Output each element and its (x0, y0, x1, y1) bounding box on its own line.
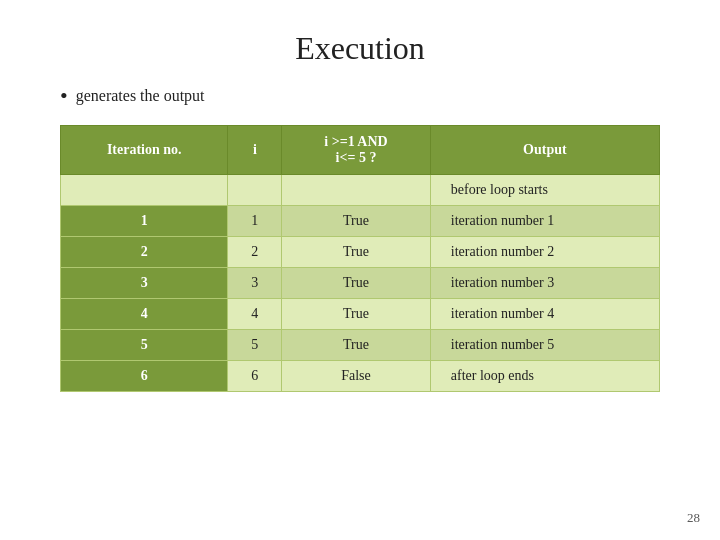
col-header-condition: i >=1 ANDi<= 5 ? (282, 126, 431, 175)
execution-table: Iteration no. i i >=1 ANDi<= 5 ? Output … (60, 125, 660, 392)
slide-title: Execution (60, 30, 660, 67)
cell-iter: 4 (61, 299, 228, 330)
page-number: 28 (687, 510, 700, 526)
cell-condition: False (282, 361, 431, 392)
cell-i (228, 175, 282, 206)
cell-output: iteration number 2 (430, 237, 659, 268)
cell-condition: True (282, 237, 431, 268)
table-row: before loop starts (61, 175, 660, 206)
bullet-text: generates the output (76, 87, 205, 105)
cell-output: iteration number 3 (430, 268, 659, 299)
cell-iter: 2 (61, 237, 228, 268)
cell-iter (61, 175, 228, 206)
table-row: 33Trueiteration number 3 (61, 268, 660, 299)
cell-i: 2 (228, 237, 282, 268)
cell-i: 3 (228, 268, 282, 299)
cell-iter: 5 (61, 330, 228, 361)
cell-output: after loop ends (430, 361, 659, 392)
cell-i: 6 (228, 361, 282, 392)
table-row: 11Trueiteration number 1 (61, 206, 660, 237)
cell-output: before loop starts (430, 175, 659, 206)
bullet-point: • generates the output (60, 85, 205, 107)
table-row: 55Trueiteration number 5 (61, 330, 660, 361)
bullet-icon: • (60, 85, 68, 107)
table-row: 66Falseafter loop ends (61, 361, 660, 392)
cell-i: 4 (228, 299, 282, 330)
cell-condition: True (282, 268, 431, 299)
cell-output: iteration number 1 (430, 206, 659, 237)
table-row: 44Trueiteration number 4 (61, 299, 660, 330)
col-header-output: Output (430, 126, 659, 175)
col-header-i: i (228, 126, 282, 175)
cell-i: 5 (228, 330, 282, 361)
table-wrapper: Iteration no. i i >=1 ANDi<= 5 ? Output … (60, 125, 660, 392)
cell-iter: 6 (61, 361, 228, 392)
table-row: 22Trueiteration number 2 (61, 237, 660, 268)
cell-condition: True (282, 299, 431, 330)
cell-iter: 1 (61, 206, 228, 237)
cell-output: iteration number 5 (430, 330, 659, 361)
cell-condition: True (282, 330, 431, 361)
cell-output: iteration number 4 (430, 299, 659, 330)
cell-iter: 3 (61, 268, 228, 299)
cell-i: 1 (228, 206, 282, 237)
cell-condition: True (282, 206, 431, 237)
cell-condition (282, 175, 431, 206)
col-header-iter: Iteration no. (61, 126, 228, 175)
table-header-row: Iteration no. i i >=1 ANDi<= 5 ? Output (61, 126, 660, 175)
slide-container: Execution • generates the output Iterati… (0, 0, 720, 540)
